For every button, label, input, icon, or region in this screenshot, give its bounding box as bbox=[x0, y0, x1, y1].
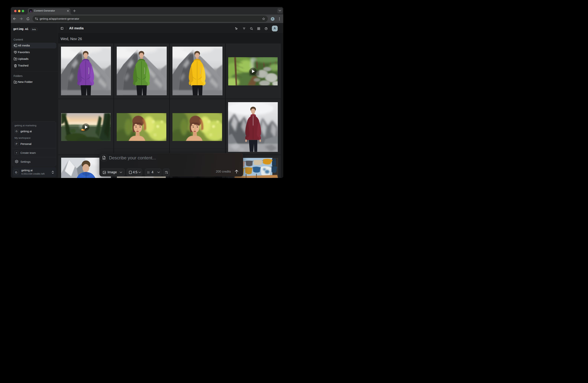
svg-text:g: g bbox=[30, 9, 32, 12]
